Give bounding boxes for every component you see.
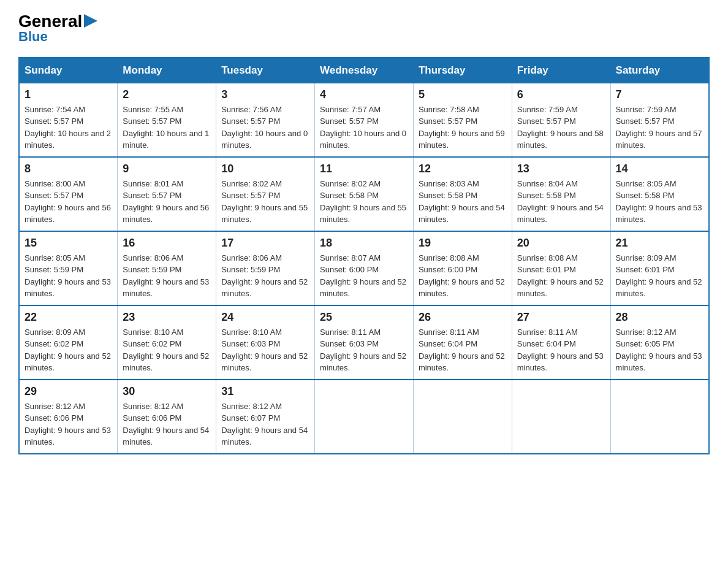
day-info: Sunrise: 8:05 AMSunset: 5:58 PMDaylight:… — [616, 178, 703, 226]
day-info: Sunrise: 8:03 AMSunset: 5:58 PMDaylight:… — [419, 178, 507, 226]
day-number: 23 — [123, 311, 211, 324]
calendar-cell: 6Sunrise: 7:59 AMSunset: 5:57 PMDaylight… — [512, 83, 610, 157]
calendar-week-2: 8Sunrise: 8:00 AMSunset: 5:57 PMDaylight… — [19, 157, 709, 231]
calendar-cell: 5Sunrise: 7:58 AMSunset: 5:57 PMDaylight… — [413, 83, 512, 157]
day-info: Sunrise: 7:55 AMSunset: 5:57 PMDaylight:… — [123, 104, 211, 151]
calendar-cell: 14Sunrise: 8:05 AMSunset: 5:58 PMDayligh… — [610, 157, 709, 231]
day-info: Sunrise: 8:01 AMSunset: 5:57 PMDaylight:… — [123, 178, 211, 226]
calendar-cell: 20Sunrise: 8:08 AMSunset: 6:01 PMDayligh… — [512, 231, 610, 305]
calendar-cell: 31Sunrise: 8:12 AMSunset: 6:07 PMDayligh… — [216, 380, 315, 454]
day-number: 3 — [221, 88, 309, 101]
day-number: 11 — [320, 163, 408, 175]
calendar-cell: 2Sunrise: 7:55 AMSunset: 5:57 PMDaylight… — [118, 83, 216, 157]
day-number: 29 — [25, 385, 112, 398]
calendar-cell — [413, 380, 512, 454]
day-info: Sunrise: 8:09 AMSunset: 6:01 PMDaylight:… — [616, 252, 703, 300]
calendar-header-sunday: Sunday — [19, 58, 118, 83]
day-info: Sunrise: 8:06 AMSunset: 5:59 PMDaylight:… — [123, 252, 211, 300]
svg-marker-0 — [84, 14, 97, 28]
calendar-cell: 28Sunrise: 8:12 AMSunset: 6:05 PMDayligh… — [610, 305, 709, 380]
day-info: Sunrise: 8:08 AMSunset: 6:00 PMDaylight:… — [419, 252, 507, 300]
day-info: Sunrise: 7:59 AMSunset: 5:57 PMDaylight:… — [616, 104, 703, 151]
calendar-cell — [610, 380, 709, 454]
day-info: Sunrise: 8:07 AMSunset: 6:00 PMDaylight:… — [320, 252, 408, 300]
calendar-week-4: 22Sunrise: 8:09 AMSunset: 6:02 PMDayligh… — [19, 305, 709, 380]
calendar-cell: 15Sunrise: 8:05 AMSunset: 5:59 PMDayligh… — [19, 231, 118, 305]
day-number: 1 — [25, 88, 112, 101]
day-number: 27 — [517, 311, 605, 324]
day-number: 18 — [320, 237, 408, 250]
calendar-cell — [512, 380, 610, 454]
calendar-cell: 1Sunrise: 7:54 AMSunset: 5:57 PMDaylight… — [19, 83, 118, 157]
day-info: Sunrise: 8:05 AMSunset: 5:59 PMDaylight:… — [25, 252, 112, 300]
calendar-header-monday: Monday — [118, 58, 216, 83]
day-info: Sunrise: 8:00 AMSunset: 5:57 PMDaylight:… — [25, 178, 112, 226]
day-number: 17 — [221, 237, 309, 250]
calendar-cell: 13Sunrise: 8:04 AMSunset: 5:58 PMDayligh… — [512, 157, 610, 231]
day-number: 12 — [419, 163, 507, 175]
day-number: 10 — [221, 163, 309, 175]
calendar-cell: 3Sunrise: 7:56 AMSunset: 5:57 PMDaylight… — [216, 83, 315, 157]
day-number: 13 — [517, 163, 605, 175]
page-header: General Blue — [18, 12, 710, 45]
day-info: Sunrise: 8:11 AMSunset: 6:03 PMDaylight:… — [320, 326, 408, 374]
day-number: 9 — [123, 163, 211, 175]
calendar-cell: 17Sunrise: 8:06 AMSunset: 5:59 PMDayligh… — [216, 231, 315, 305]
day-number: 20 — [517, 237, 605, 250]
day-info: Sunrise: 8:04 AMSunset: 5:58 PMDaylight:… — [517, 178, 605, 226]
calendar-header-tuesday: Tuesday — [216, 58, 315, 83]
calendar-cell: 29Sunrise: 8:12 AMSunset: 6:06 PMDayligh… — [19, 380, 118, 454]
day-number: 25 — [320, 311, 408, 324]
day-number: 2 — [123, 88, 211, 101]
day-info: Sunrise: 7:58 AMSunset: 5:57 PMDaylight:… — [419, 104, 507, 151]
day-number: 5 — [419, 88, 507, 101]
logo: General Blue — [18, 12, 97, 45]
day-info: Sunrise: 8:11 AMSunset: 6:04 PMDaylight:… — [419, 326, 507, 374]
day-info: Sunrise: 8:02 AMSunset: 5:57 PMDaylight:… — [221, 178, 309, 226]
calendar-cell: 21Sunrise: 8:09 AMSunset: 6:01 PMDayligh… — [610, 231, 709, 305]
day-info: Sunrise: 7:56 AMSunset: 5:57 PMDaylight:… — [221, 104, 309, 151]
day-info: Sunrise: 8:12 AMSunset: 6:05 PMDaylight:… — [616, 326, 703, 374]
day-info: Sunrise: 8:11 AMSunset: 6:04 PMDaylight:… — [517, 326, 605, 374]
calendar-table: SundayMondayTuesdayWednesdayThursdayFrid… — [18, 57, 710, 454]
day-info: Sunrise: 8:12 AMSunset: 6:06 PMDaylight:… — [25, 400, 112, 448]
day-number: 28 — [616, 311, 703, 324]
calendar-cell: 7Sunrise: 7:59 AMSunset: 5:57 PMDaylight… — [610, 83, 709, 157]
day-info: Sunrise: 8:12 AMSunset: 6:06 PMDaylight:… — [123, 400, 211, 448]
logo-arrow-icon — [84, 14, 97, 28]
day-number: 24 — [221, 311, 309, 324]
calendar-cell: 23Sunrise: 8:10 AMSunset: 6:02 PMDayligh… — [118, 305, 216, 380]
calendar-cell: 11Sunrise: 8:02 AMSunset: 5:58 PMDayligh… — [315, 157, 414, 231]
day-info: Sunrise: 7:59 AMSunset: 5:57 PMDaylight:… — [517, 104, 605, 151]
calendar-week-3: 15Sunrise: 8:05 AMSunset: 5:59 PMDayligh… — [19, 231, 709, 305]
calendar-week-5: 29Sunrise: 8:12 AMSunset: 6:06 PMDayligh… — [19, 380, 709, 454]
day-number: 7 — [616, 88, 703, 101]
day-number: 6 — [517, 88, 605, 101]
day-number: 8 — [25, 163, 112, 175]
day-number: 14 — [616, 163, 703, 175]
calendar-cell — [315, 380, 414, 454]
day-number: 26 — [419, 311, 507, 324]
calendar-cell: 26Sunrise: 8:11 AMSunset: 6:04 PMDayligh… — [413, 305, 512, 380]
calendar-header-thursday: Thursday — [413, 58, 512, 83]
calendar-cell: 10Sunrise: 8:02 AMSunset: 5:57 PMDayligh… — [216, 157, 315, 231]
day-info: Sunrise: 8:08 AMSunset: 6:01 PMDaylight:… — [517, 252, 605, 300]
calendar-cell: 18Sunrise: 8:07 AMSunset: 6:00 PMDayligh… — [315, 231, 414, 305]
calendar-cell: 12Sunrise: 8:03 AMSunset: 5:58 PMDayligh… — [413, 157, 512, 231]
calendar-cell: 22Sunrise: 8:09 AMSunset: 6:02 PMDayligh… — [19, 305, 118, 380]
calendar-cell: 9Sunrise: 8:01 AMSunset: 5:57 PMDaylight… — [118, 157, 216, 231]
day-number: 16 — [123, 237, 211, 250]
day-info: Sunrise: 8:06 AMSunset: 5:59 PMDaylight:… — [221, 252, 309, 300]
calendar-cell: 24Sunrise: 8:10 AMSunset: 6:03 PMDayligh… — [216, 305, 315, 380]
day-number: 31 — [221, 385, 309, 398]
day-info: Sunrise: 8:02 AMSunset: 5:58 PMDaylight:… — [320, 178, 408, 226]
day-info: Sunrise: 8:09 AMSunset: 6:02 PMDaylight:… — [25, 326, 112, 374]
calendar-header-row: SundayMondayTuesdayWednesdayThursdayFrid… — [19, 58, 709, 83]
logo-text-blue: Blue — [18, 29, 48, 45]
calendar-header-saturday: Saturday — [610, 58, 709, 83]
calendar-cell: 25Sunrise: 8:11 AMSunset: 6:03 PMDayligh… — [315, 305, 414, 380]
day-number: 22 — [25, 311, 112, 324]
day-number: 4 — [320, 88, 408, 101]
day-number: 19 — [419, 237, 507, 250]
day-number: 15 — [25, 237, 112, 250]
